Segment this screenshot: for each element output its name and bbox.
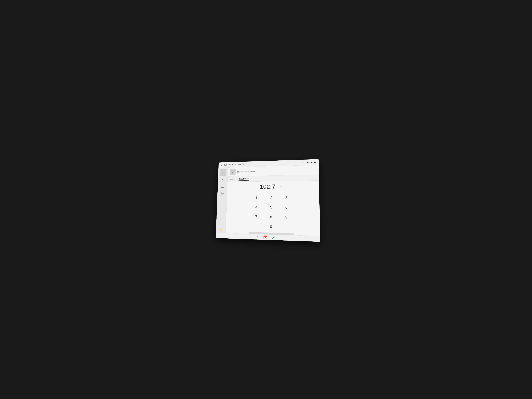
frequency-display: 102.7 ←: [229, 183, 317, 190]
volume-icon[interactable]: 🔊: [272, 236, 275, 239]
temperature-label: 66°F: [245, 163, 249, 165]
backspace-button[interactable]: ←: [278, 184, 283, 189]
tesla-ui: 🔒 Profile 9:11 am ☀️ 66°F ☆ ⏮: [216, 159, 320, 242]
time-display: 9:11 am: [234, 163, 241, 166]
status-right: ☆ ⏮ ▶ ⏭: [302, 161, 317, 164]
music-note-icon: ♪: [222, 171, 224, 174]
calendar-day: 16: [264, 237, 266, 238]
key-5[interactable]: 5: [264, 203, 279, 212]
lock-icon: 🔒: [221, 164, 223, 166]
radio-icon[interactable]: [220, 191, 224, 195]
key-4[interactable]: 4: [249, 203, 264, 212]
favorite-button[interactable]: ☆: [302, 161, 304, 164]
weather-display: ☀️ 66°F: [242, 163, 249, 166]
svg-line-2: [223, 181, 224, 181]
media-controls: ⏮ ▶ ⏭: [306, 161, 317, 164]
frequency-value: 102.7: [260, 184, 276, 190]
key-7[interactable]: 7: [249, 212, 264, 222]
status-left: 🔒 Profile 9:11 am ☀️ 66°F: [221, 163, 249, 166]
music-icon: ♪: [232, 171, 233, 173]
weather-icon: ☀️: [242, 163, 245, 165]
key-0[interactable]: 0: [263, 222, 279, 232]
bolt-icon: ⚡: [219, 228, 222, 231]
numpad: 1 2 3 4 5 6 7 8 9 0: [249, 193, 294, 232]
media-area: ♪ Choose Media Source Stations Direct Tu…: [226, 165, 320, 236]
play-button[interactable]: ▶: [310, 161, 312, 163]
key-3[interactable]: 3: [279, 193, 294, 203]
menu-icon[interactable]: [220, 184, 225, 189]
fan-icon[interactable]: ✦: [256, 235, 258, 238]
screen-container: 🔒 Profile 9:11 am ☀️ 66°F ☆ ⏮: [216, 159, 320, 242]
media-source-thumb: ♪: [230, 169, 236, 175]
next-button[interactable]: ⏭: [314, 161, 317, 163]
media-source-label[interactable]: Choose Media Source: [237, 170, 255, 173]
profile-label[interactable]: Profile: [228, 164, 233, 166]
key-1[interactable]: 1: [249, 193, 264, 203]
direct-tune-panel: 102.7 ← 1 2 3 4 5 6 7 8 9: [226, 181, 320, 236]
main-content: ♪: [216, 165, 320, 236]
profile-avatar[interactable]: [224, 164, 227, 166]
key-9[interactable]: 9: [279, 212, 294, 222]
prev-button[interactable]: ⏮: [306, 161, 309, 164]
music-thumbnail: ♪: [220, 169, 226, 176]
calendar-button[interactable]: 16: [264, 235, 267, 239]
tab-stations[interactable]: Stations: [229, 177, 236, 181]
tab-direct-tune[interactable]: Direct Tune: [239, 177, 249, 181]
svg-rect-7: [221, 193, 222, 194]
svg-point-8: [222, 193, 223, 194]
key-8[interactable]: 8: [264, 212, 279, 222]
sidebar-bottom: ⚡: [219, 228, 222, 231]
key-6[interactable]: 6: [279, 203, 294, 212]
key-2[interactable]: 2: [264, 193, 279, 203]
search-icon[interactable]: [221, 178, 225, 183]
